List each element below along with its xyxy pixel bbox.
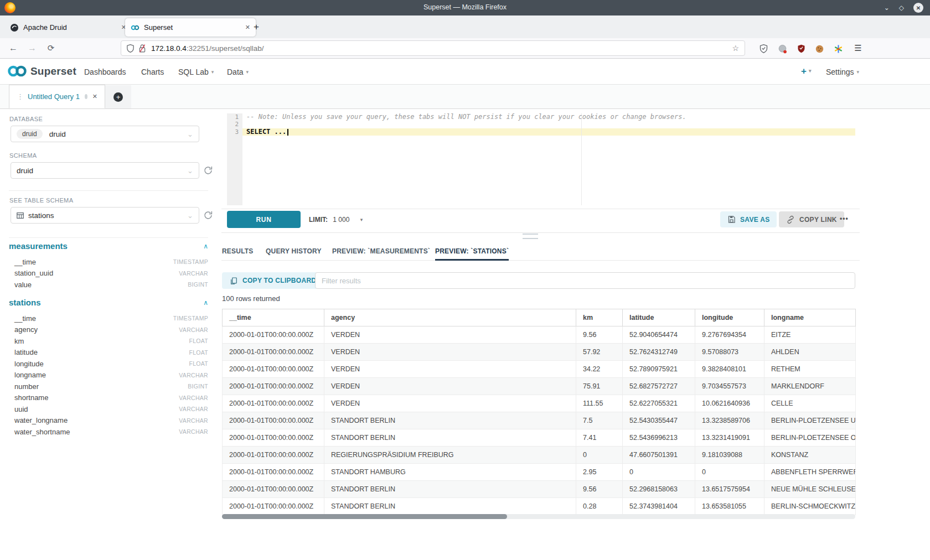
table-select[interactable]: stations ⌄ xyxy=(11,207,199,224)
tab-preview-measurements[interactable]: PREVIEW: `MEASUREMENTS` xyxy=(332,240,430,261)
column-row: shortname VARCHAR xyxy=(9,392,208,404)
browser-tab-superset[interactable]: Superset ✕ xyxy=(125,18,256,37)
cell-longitude: 9.57088073 xyxy=(695,344,764,361)
extension-mask-icon[interactable] xyxy=(777,44,787,54)
table-body: 2000-01-01T00:00:00.000Z VERDEN 9.56 52.… xyxy=(223,326,856,515)
tab-close-icon[interactable]: ✕ xyxy=(240,24,250,31)
table-grid-icon xyxy=(17,212,24,219)
cell-agency: STANDORT BERLIN xyxy=(324,429,576,447)
copy-to-clipboard-button[interactable]: COPY TO CLIPBOARD xyxy=(222,272,324,289)
cell-agency: VERDEN xyxy=(324,344,576,361)
clipboard-icon xyxy=(230,277,237,285)
cell-latitude: 47.6607501391 xyxy=(623,447,695,464)
collapse-chevron-icon[interactable]: ∧ xyxy=(203,299,208,307)
window-titlebar: Superset — Mozilla Firefox ⌄ ◇ ✕ xyxy=(0,0,930,15)
navbar-add-button[interactable]: +▾ xyxy=(801,66,811,77)
nav-item-dashboards[interactable]: Dashboards xyxy=(84,68,126,76)
column-type: VARCHAR xyxy=(179,395,208,401)
tab-preview-stations[interactable]: PREVIEW: `STATIONS` xyxy=(435,240,509,261)
window-maximize-icon[interactable]: ◇ xyxy=(899,4,904,12)
nav-item-data[interactable]: Data▾ xyxy=(227,68,249,76)
results-table: __time agency km latitude longitude long… xyxy=(222,309,856,515)
header-time[interactable]: __time xyxy=(223,309,324,326)
window-close-icon[interactable]: ✕ xyxy=(913,3,923,13)
browser-tab-apache-druid[interactable]: Apache Druid ✕ xyxy=(4,18,132,37)
cell-km: 75.91 xyxy=(576,378,623,395)
cell-agency: VERDEN xyxy=(324,395,576,412)
cell-agency: STANDORT BERLIN xyxy=(324,481,576,498)
tracking-shield-icon[interactable] xyxy=(127,44,134,53)
collapse-chevron-icon[interactable]: ∧ xyxy=(203,242,208,250)
copy-link-button[interactable]: COPY LINK xyxy=(779,211,844,227)
cell-longitude: 13.6517575954 xyxy=(695,481,764,498)
header-longitude[interactable]: longitude xyxy=(695,309,764,326)
header-latitude[interactable]: latitude xyxy=(623,309,695,326)
extension-ublock-icon[interactable] xyxy=(796,44,806,54)
column-type: FLOAT xyxy=(189,349,208,356)
superset-logo[interactable]: Superset xyxy=(7,65,76,77)
tab-query-history[interactable]: QUERY HISTORY xyxy=(266,240,322,261)
column-name: longname xyxy=(9,371,46,379)
table-section-measurements[interactable]: measurements ∧ xyxy=(9,241,208,251)
column-name: value xyxy=(9,281,32,289)
caret-down-icon: ▾ xyxy=(360,217,363,222)
insecure-lock-icon[interactable] xyxy=(139,44,146,53)
cell-latitude: 52.3743981404 xyxy=(623,498,695,515)
superset-infinity-icon xyxy=(7,65,28,77)
pane-drag-handle[interactable] xyxy=(523,234,538,239)
run-button[interactable]: RUN xyxy=(227,211,301,228)
database-select[interactable]: druid druid ⌄ xyxy=(11,126,199,142)
header-longname[interactable]: longname xyxy=(764,309,856,326)
new-tab-button[interactable]: + xyxy=(254,22,259,33)
limit-dropdown[interactable]: LIMIT: 1 000 ▾ xyxy=(309,216,363,224)
cell-km: 2.95 xyxy=(576,464,623,481)
add-query-tab[interactable]: + xyxy=(105,85,131,108)
column-row: longitude FLOAT xyxy=(9,358,208,370)
bookmark-star-icon[interactable]: ☆ xyxy=(732,44,739,53)
horizontal-scrollbar-track[interactable] xyxy=(222,514,855,519)
tab-results[interactable]: RESULTS xyxy=(222,240,254,261)
limit-value: 1 000 xyxy=(333,216,349,224)
horizontal-scrollbar-thumb[interactable] xyxy=(222,514,507,519)
cell-longname: MARKLENDORF xyxy=(764,378,856,395)
extension-shield-icon[interactable] xyxy=(758,44,768,54)
column-type: BIGINT xyxy=(188,281,208,288)
cell-time: 2000-01-01T00:00:00.000Z xyxy=(223,429,324,447)
back-icon[interactable]: ← xyxy=(7,38,20,58)
sql-editor[interactable]: 1 2 3 -- Note: Unless you save your quer… xyxy=(227,113,855,205)
forward-icon: → xyxy=(25,38,39,58)
window-minimize-icon[interactable]: ⌄ xyxy=(884,4,890,12)
cell-longname: RETHEM xyxy=(764,361,856,378)
save-as-button[interactable]: SAVE AS xyxy=(720,211,777,227)
extension-sparkle-icon[interactable] xyxy=(833,44,843,54)
extension-cookie-icon[interactable] xyxy=(814,44,824,54)
nav-item-sql-lab[interactable]: SQL Lab▾ xyxy=(178,68,214,76)
query-tab-close-icon[interactable]: ✕ xyxy=(92,93,97,100)
cell-time: 2000-01-01T00:00:00.000Z xyxy=(223,481,324,498)
schema-refresh-icon[interactable] xyxy=(203,165,213,175)
table-refresh-icon[interactable] xyxy=(203,210,213,220)
nav-item-charts[interactable]: Charts xyxy=(141,68,164,76)
browser-tab-label: Superset xyxy=(144,23,173,32)
table-row: 2000-01-01T00:00:00.000Z VERDEN 75.91 52… xyxy=(223,378,856,395)
schema-select[interactable]: druid ⌄ xyxy=(11,162,199,179)
database-label: DATABASE xyxy=(9,116,43,122)
more-options-button[interactable]: ••• xyxy=(840,215,849,222)
reload-icon[interactable]: ⟳ xyxy=(44,38,58,58)
drag-dots-icon[interactable]: ⋮ xyxy=(17,92,23,101)
column-row: value BIGINT xyxy=(9,279,208,291)
cell-longitude: 9.3828408101 xyxy=(695,361,764,378)
cell-time: 2000-01-01T00:00:00.000Z xyxy=(223,378,324,395)
chevron-down-icon: ⌄ xyxy=(187,167,193,175)
header-agency[interactable]: agency xyxy=(324,309,576,326)
header-km[interactable]: km xyxy=(576,309,623,326)
table-section-title: measurements xyxy=(9,241,68,251)
caret-down-icon: ▾ xyxy=(246,69,249,75)
table-section-stations[interactable]: stations ∧ xyxy=(9,298,208,307)
url-bar[interactable]: 172.18.0.4:32251/superset/sqllab/ ☆ xyxy=(121,40,745,56)
navbar-settings-menu[interactable]: Settings▾ xyxy=(826,68,859,76)
filter-results-input[interactable] xyxy=(315,272,855,289)
hamburger-menu-icon[interactable]: ☰ xyxy=(851,38,865,58)
query-tab-untitled[interactable]: ⋮ Untitled Query 1 ✕ xyxy=(9,85,105,108)
query-state-dot xyxy=(85,94,87,99)
